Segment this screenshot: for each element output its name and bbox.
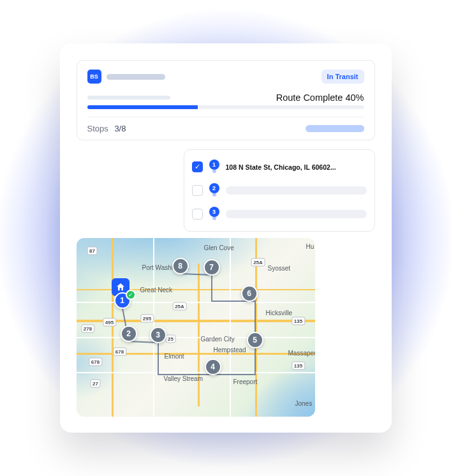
stop-checkbox[interactable] [192, 185, 203, 196]
city-label: Massaped [288, 350, 315, 357]
map-pin-number: 2 [121, 325, 137, 342]
map-pin[interactable]: 2 [121, 325, 137, 346]
stops-summary: Stops 3/8 [87, 117, 364, 133]
stop-checkbox[interactable] [192, 161, 203, 172]
route-shield-icon: 678 [113, 348, 126, 356]
stop-address-placeholder [226, 186, 367, 195]
route-shield-icon: 25A [172, 302, 187, 311]
city-label: Valley Stream [164, 375, 203, 382]
app-card: BS In Transit Route Complete 40% Stops 3… [60, 43, 392, 433]
map-pin[interactable]: 8 [172, 258, 189, 278]
route-shield-icon: 678 [89, 358, 102, 366]
city-label: Jones [295, 400, 313, 407]
map-pin-number: 5 [247, 332, 263, 348]
city-label: Great Neck [140, 286, 173, 294]
route-shield-icon: 135 [292, 362, 305, 370]
city-label: Syosset [268, 265, 291, 272]
map-pin-number: 7 [203, 259, 220, 276]
progress-fill [87, 105, 198, 109]
stop-address: 108 N State St, Chicago, IL 60602... [226, 163, 336, 171]
route-shield-icon: 495 [103, 318, 116, 327]
city-label: Elmont [165, 353, 184, 360]
route-complete-row: Route Complete 40% [87, 93, 364, 103]
route-complete-label: Route Complete 40% [276, 93, 364, 103]
stop-row[interactable]: 1 108 N State St, Chicago, IL 60602... [192, 155, 367, 179]
map-pin[interactable]: 5 [247, 332, 263, 352]
eta-placeholder [306, 125, 364, 132]
map-pin[interactable]: 1✓ [114, 292, 131, 313]
progress-bar [87, 105, 364, 109]
stop-row[interactable]: 3 [192, 202, 367, 226]
route-description-placeholder [87, 96, 170, 100]
route-shield-icon: 25A [251, 258, 265, 267]
driver-identity: BS [87, 70, 165, 84]
city-label: Hu [306, 243, 314, 250]
map-pin-number: 6 [241, 285, 258, 302]
map-pin[interactable]: 6 [241, 285, 258, 306]
stops-panel: 1 108 N State St, Chicago, IL 60602... 2… [184, 149, 375, 232]
city-label: Garden City [201, 336, 235, 343]
city-label: Hicksville [266, 309, 293, 316]
home-icon [115, 282, 126, 292]
stop-address-placeholder [226, 210, 367, 218]
route-shield-icon: 25 [165, 335, 176, 343]
stop-row[interactable]: 2 [192, 179, 367, 202]
stop-pin-icon: 2 [209, 183, 219, 198]
city-label: Glen Cove [204, 244, 234, 251]
avatar: BS [87, 70, 101, 84]
stop-pin-icon: 1 [209, 160, 219, 174]
route-shield-icon: 295 [140, 315, 154, 323]
check-icon: ✓ [126, 290, 136, 300]
driver-panel: BS In Transit Route Complete 40% Stops 3… [77, 60, 375, 140]
driver-name-placeholder [107, 74, 165, 80]
map-pin[interactable]: 3 [150, 327, 166, 347]
city-label: Freeport [233, 378, 258, 385]
driver-header: BS In Transit [87, 70, 364, 84]
stop-pin-icon: 3 [209, 207, 219, 221]
route-map[interactable]: Glen Cove Syosset Port Washington Great … [77, 238, 315, 417]
stops-count: Stops 3/8 [87, 124, 126, 133]
route-shield-icon: 27 [90, 380, 101, 388]
map-pin[interactable]: 7 [203, 259, 220, 279]
route-shield-icon: 278 [81, 325, 94, 333]
map-pin-number: 8 [172, 258, 189, 274]
city-label: Hempstead [214, 346, 246, 353]
status-badge: In Transit [322, 70, 364, 84]
stop-checkbox[interactable] [192, 209, 203, 219]
map-pin[interactable]: 4 [205, 359, 221, 379]
map-pin-number: 3 [150, 327, 166, 343]
route-shield-icon: 87 [87, 247, 98, 255]
map-pin-number: 4 [205, 359, 221, 375]
route-shield-icon: 135 [292, 317, 305, 325]
